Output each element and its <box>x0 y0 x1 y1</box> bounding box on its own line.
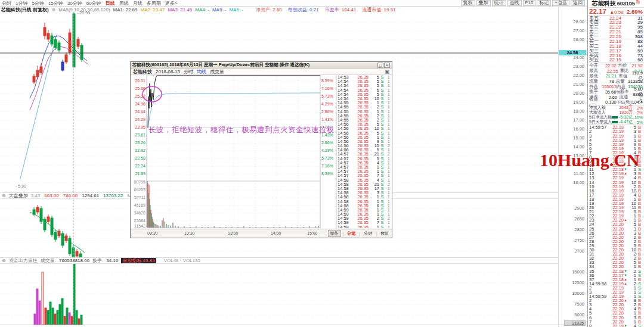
candle-body <box>69 33 71 52</box>
tick-time: 4 <box>589 138 609 142</box>
volume-bar <box>47 310 49 325</box>
candle-body <box>40 67 42 73</box>
volume-axis-label: 12500 <box>572 281 584 285</box>
overlay-value: 13763.22 <box>103 193 123 198</box>
candle-body <box>54 39 57 48</box>
popup-tick-list[interactable]: 14:5326.355S114:5426.355S114:5426.355S11… <box>337 75 392 228</box>
expand-icon[interactable]: ⊕ <box>2 258 6 263</box>
detail-value: 78 <box>603 79 614 84</box>
price-axis-label: 16.00 <box>573 127 584 132</box>
candle-body <box>61 62 64 70</box>
detail-value: 22.02 <box>604 63 617 68</box>
popup-tick-row: 14:5926.351S1 <box>337 225 392 228</box>
overlay-title: 大盘叠加 <box>9 192 28 199</box>
popup-price-label: 22.92 <box>131 148 145 153</box>
candle-body <box>65 55 67 62</box>
popup-pct-label: 5.73% <box>321 94 336 99</box>
popup-tab-分钟[interactable]: 分钟 <box>362 231 374 236</box>
volume-bar <box>66 308 68 325</box>
minute-chart-popup: 芯能科技(603105) 2018年08月13日 星期一 PageUp/Down… <box>130 61 392 238</box>
volume-bar <box>52 308 54 325</box>
price-axis-label: 14.00 <box>573 145 584 150</box>
price-axis-label: 22.00 <box>573 73 584 78</box>
popup-pct-label: 7.16% <box>321 86 336 91</box>
detail-value: 104.4 <box>631 99 643 105</box>
book-row-买五: 买五22.1568 <box>588 58 644 63</box>
price-axis-label: 23.00 <box>573 64 584 69</box>
stock-name-header: 芯能科技 603105 融 <box>588 0 644 8</box>
tick-side: S <box>636 324 641 327</box>
popup-mode-minute[interactable]: 分时 <box>184 68 193 75</box>
volume-bar <box>59 304 61 325</box>
detail-value: 0.130 <box>604 99 617 105</box>
expand-icon[interactable]: ⊕ <box>2 193 6 198</box>
book-volume: 68 <box>621 57 643 63</box>
tab-separator: | <box>359 232 360 236</box>
time-axis-label: 13:00 <box>228 231 239 235</box>
book-price[interactable]: 22.15 <box>601 57 621 63</box>
popup-title-bar[interactable]: 芯能科技(603105) 2018年08月13日 星期一 PageUp/Down… <box>131 62 392 68</box>
volume-label: 成交量: <box>41 257 56 264</box>
popup-tick-price: 26.35 <box>352 225 369 228</box>
candle-body <box>77 39 79 46</box>
candle-body <box>80 45 83 60</box>
popup-volume-label: 23084 <box>131 219 145 223</box>
candle-body <box>69 238 71 254</box>
price-axis-label: 24.00 <box>573 55 584 60</box>
volume-bar <box>71 316 73 325</box>
maximize-icon[interactable]: □ <box>377 63 383 68</box>
tick-time: 5 <box>589 142 609 147</box>
tick-time: 14:59:58 <box>589 282 609 286</box>
popup-pct-label: 8.59% <box>321 79 336 83</box>
volume-bar <box>80 315 82 325</box>
popup-pct-label: 4.29% <box>321 148 336 153</box>
detail-value: 35.66% <box>605 89 618 95</box>
trading-app-window: 分时1分钟5分钟15分钟30分钟60分钟日线周线月线多周期更多> 复权叠加统计画… <box>0 0 644 327</box>
price-axis-label: 11.00 <box>574 172 584 176</box>
popup-price-label: 25.66 <box>131 86 145 91</box>
detail-value: 2.60 <box>605 95 617 100</box>
turnover-value: 34.10 <box>106 258 118 263</box>
volume-bar <box>34 314 36 325</box>
volume-bar <box>78 319 80 325</box>
high-price-marker: - 20.99 <box>77 11 90 15</box>
popup-tabs: 操作|分笔|分钟|数值 <box>328 230 391 237</box>
candle-body <box>58 43 60 50</box>
popup-price-label: 22.24 <box>131 164 145 169</box>
popup-volume-label: 11542 <box>131 224 145 229</box>
flow-value: -4.47亿 <box>619 119 633 125</box>
flow-pct: 2% <box>633 111 643 115</box>
popup-tab-操作[interactable]: 操作 <box>328 230 341 237</box>
popup-grid-icon[interactable]: ▣ <box>385 69 389 74</box>
popup-price-label: 23.61 <box>131 133 145 138</box>
candle-body <box>76 251 78 256</box>
popup-tab-分笔[interactable]: 分笔 <box>345 231 357 236</box>
popup-price-label: 25.32 <box>131 94 145 99</box>
popup-toggle-average[interactable]: 均线 <box>197 68 206 75</box>
stock-name: 芯能科技 <box>592 0 616 8</box>
popup-volume-label: 80795 <box>131 180 145 185</box>
popup-price-label: 21.89 <box>131 172 145 176</box>
popup-tick-volume: 1 <box>369 225 379 228</box>
popup-tab-数值[interactable]: 数值 <box>379 231 391 236</box>
popup-price-label: 24.98 <box>131 102 145 107</box>
tick-price: 22.19 <box>609 324 624 327</box>
tick-time: 2 <box>589 298 609 303</box>
stock-details: 今开22.02均价21.92最高22.55量比0.71最低21.21市值110.… <box>588 63 644 105</box>
popup-bottom-bar: 09:3010:3013:0014:0015:00 操作|分笔|分钟|数值 <box>131 229 392 238</box>
close-icon[interactable]: × <box>384 63 390 68</box>
chart-annotation: 长波，拒绝短波，稳得住，极易遭到点火资金快速拉板 <box>148 125 335 135</box>
low-price-marker: - 5.90 <box>16 184 26 188</box>
price-axis-label: 27.00 <box>573 29 584 33</box>
price-axis-label: 21.00 <box>573 82 584 87</box>
volume-bar <box>45 308 47 325</box>
popup-pct-label: 2.86% <box>321 141 336 145</box>
flow-label: 5日大宗流入 <box>589 119 612 125</box>
overlay-value: 1294.61 <box>82 193 99 198</box>
flow-pct: 2% <box>633 106 643 110</box>
popup-toggle-volume[interactable]: 成交量 <box>210 68 224 75</box>
popup-toolbar: 芯能科技 2018-08-13 分时 均线 成交量 ▣ <box>131 68 392 75</box>
detail-value: 22.55 <box>605 68 618 74</box>
popup-price-label: 23.95 <box>131 125 145 130</box>
volume-value: 760538818.00 <box>59 258 89 263</box>
